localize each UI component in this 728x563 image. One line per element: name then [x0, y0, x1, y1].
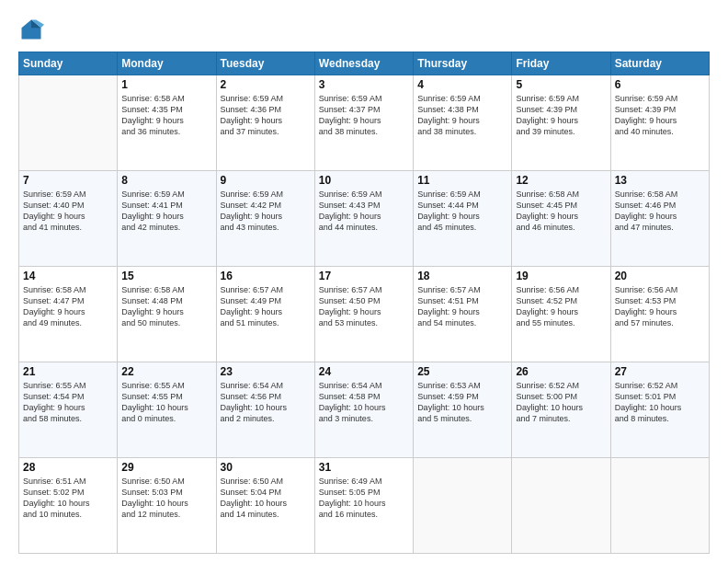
- day-number: 25: [417, 365, 507, 378]
- weekday-header-tuesday: Tuesday: [216, 52, 314, 75]
- calendar-cell: [19, 75, 118, 171]
- calendar-cell: 28Sunrise: 6:51 AM Sunset: 5:02 PM Dayli…: [19, 458, 118, 554]
- day-number: 19: [516, 270, 606, 282]
- calendar-cell: [512, 458, 610, 554]
- day-number: 24: [319, 365, 409, 378]
- calendar-cell: 5Sunrise: 6:59 AM Sunset: 4:39 PM Daylig…: [512, 75, 610, 171]
- calendar-cell: 14Sunrise: 6:58 AM Sunset: 4:47 PM Dayli…: [19, 267, 118, 362]
- day-info: Sunrise: 6:55 AM Sunset: 4:55 PM Dayligh…: [121, 380, 211, 425]
- day-number: 14: [23, 270, 113, 282]
- day-number: 12: [516, 174, 606, 187]
- day-number: 9: [221, 174, 311, 187]
- day-number: 22: [121, 365, 211, 378]
- calendar-cell: 15Sunrise: 6:58 AM Sunset: 4:48 PM Dayli…: [118, 267, 216, 362]
- calendar-cell: 4Sunrise: 6:59 AM Sunset: 4:38 PM Daylig…: [414, 75, 512, 171]
- day-number: 17: [319, 270, 409, 282]
- day-number: 16: [221, 270, 311, 282]
- weekday-header-wednesday: Wednesday: [314, 52, 413, 75]
- page: SundayMondayTuesdayWednesdayThursdayFrid…: [0, 0, 728, 563]
- week-row-2: 14Sunrise: 6:58 AM Sunset: 4:47 PM Dayli…: [19, 267, 710, 362]
- day-info: Sunrise: 6:53 AM Sunset: 4:59 PM Dayligh…: [417, 380, 507, 425]
- header: [18, 17, 710, 42]
- day-info: Sunrise: 6:49 AM Sunset: 5:05 PM Dayligh…: [319, 476, 409, 521]
- calendar-cell: 13Sunrise: 6:58 AM Sunset: 4:46 PM Dayli…: [610, 171, 709, 267]
- weekday-header-thursday: Thursday: [414, 52, 512, 75]
- day-number: 5: [516, 78, 606, 91]
- day-number: 28: [23, 461, 113, 474]
- day-info: Sunrise: 6:59 AM Sunset: 4:41 PM Dayligh…: [121, 189, 211, 234]
- calendar-cell: 30Sunrise: 6:50 AM Sunset: 5:04 PM Dayli…: [216, 458, 314, 554]
- day-number: 27: [615, 365, 705, 378]
- day-number: 26: [516, 365, 606, 378]
- day-info: Sunrise: 6:57 AM Sunset: 4:49 PM Dayligh…: [221, 284, 311, 329]
- calendar-cell: 22Sunrise: 6:55 AM Sunset: 4:55 PM Dayli…: [118, 362, 216, 458]
- calendar-cell: 23Sunrise: 6:54 AM Sunset: 4:56 PM Dayli…: [216, 362, 314, 458]
- calendar-cell: 7Sunrise: 6:59 AM Sunset: 4:40 PM Daylig…: [19, 171, 118, 267]
- day-info: Sunrise: 6:59 AM Sunset: 4:43 PM Dayligh…: [319, 189, 409, 234]
- calendar-cell: 8Sunrise: 6:59 AM Sunset: 4:41 PM Daylig…: [118, 171, 216, 267]
- day-info: Sunrise: 6:58 AM Sunset: 4:35 PM Dayligh…: [121, 93, 211, 138]
- calendar-cell: 17Sunrise: 6:57 AM Sunset: 4:50 PM Dayli…: [314, 267, 413, 362]
- day-info: Sunrise: 6:59 AM Sunset: 4:39 PM Dayligh…: [516, 93, 606, 138]
- day-number: 13: [615, 174, 705, 187]
- logo: [18, 17, 48, 42]
- week-row-0: 1Sunrise: 6:58 AM Sunset: 4:35 PM Daylig…: [19, 75, 710, 171]
- calendar-cell: 21Sunrise: 6:55 AM Sunset: 4:54 PM Dayli…: [19, 362, 118, 458]
- calendar-cell: 27Sunrise: 6:52 AM Sunset: 5:01 PM Dayli…: [610, 362, 709, 458]
- calendar-cell: 29Sunrise: 6:50 AM Sunset: 5:03 PM Dayli…: [118, 458, 216, 554]
- day-number: 23: [221, 365, 311, 378]
- day-info: Sunrise: 6:56 AM Sunset: 4:52 PM Dayligh…: [516, 284, 606, 329]
- week-row-1: 7Sunrise: 6:59 AM Sunset: 4:40 PM Daylig…: [19, 171, 710, 267]
- day-info: Sunrise: 6:58 AM Sunset: 4:46 PM Dayligh…: [615, 189, 705, 234]
- day-info: Sunrise: 6:52 AM Sunset: 5:00 PM Dayligh…: [516, 380, 606, 425]
- day-number: 3: [319, 78, 409, 91]
- day-number: 1: [121, 78, 211, 91]
- calendar-cell: 10Sunrise: 6:59 AM Sunset: 4:43 PM Dayli…: [314, 171, 413, 267]
- day-info: Sunrise: 6:59 AM Sunset: 4:36 PM Dayligh…: [221, 93, 311, 138]
- calendar-cell: [610, 458, 709, 554]
- week-row-4: 28Sunrise: 6:51 AM Sunset: 5:02 PM Dayli…: [19, 458, 710, 554]
- calendar-header: SundayMondayTuesdayWednesdayThursdayFrid…: [19, 52, 710, 75]
- calendar-cell: 2Sunrise: 6:59 AM Sunset: 4:36 PM Daylig…: [216, 75, 314, 171]
- day-info: Sunrise: 6:59 AM Sunset: 4:39 PM Dayligh…: [615, 93, 705, 138]
- calendar-cell: [414, 458, 512, 554]
- calendar-cell: 1Sunrise: 6:58 AM Sunset: 4:35 PM Daylig…: [118, 75, 216, 171]
- day-info: Sunrise: 6:50 AM Sunset: 5:03 PM Dayligh…: [121, 476, 211, 521]
- calendar-cell: 12Sunrise: 6:58 AM Sunset: 4:45 PM Dayli…: [512, 171, 610, 267]
- calendar-cell: 3Sunrise: 6:59 AM Sunset: 4:37 PM Daylig…: [314, 75, 413, 171]
- day-number: 4: [417, 78, 507, 91]
- calendar-cell: 16Sunrise: 6:57 AM Sunset: 4:49 PM Dayli…: [216, 267, 314, 362]
- day-number: 10: [319, 174, 409, 187]
- day-info: Sunrise: 6:50 AM Sunset: 5:04 PM Dayligh…: [221, 476, 311, 521]
- day-info: Sunrise: 6:59 AM Sunset: 4:38 PM Dayligh…: [417, 93, 507, 138]
- day-number: 20: [615, 270, 705, 282]
- calendar-body: 1Sunrise: 6:58 AM Sunset: 4:35 PM Daylig…: [19, 75, 710, 554]
- weekday-header-sunday: Sunday: [19, 52, 118, 75]
- calendar-cell: 31Sunrise: 6:49 AM Sunset: 5:05 PM Dayli…: [314, 458, 413, 554]
- day-info: Sunrise: 6:57 AM Sunset: 4:51 PM Dayligh…: [417, 284, 507, 329]
- day-info: Sunrise: 6:56 AM Sunset: 4:53 PM Dayligh…: [615, 284, 705, 329]
- day-info: Sunrise: 6:59 AM Sunset: 4:37 PM Dayligh…: [319, 93, 409, 138]
- weekday-header-saturday: Saturday: [610, 52, 709, 75]
- day-info: Sunrise: 6:57 AM Sunset: 4:50 PM Dayligh…: [319, 284, 409, 329]
- day-number: 29: [121, 461, 211, 474]
- day-number: 2: [221, 78, 311, 91]
- calendar-cell: 18Sunrise: 6:57 AM Sunset: 4:51 PM Dayli…: [414, 267, 512, 362]
- day-info: Sunrise: 6:54 AM Sunset: 4:58 PM Dayligh…: [319, 380, 409, 425]
- day-number: 11: [417, 174, 507, 187]
- day-info: Sunrise: 6:51 AM Sunset: 5:02 PM Dayligh…: [23, 476, 113, 521]
- calendar-cell: 25Sunrise: 6:53 AM Sunset: 4:59 PM Dayli…: [414, 362, 512, 458]
- day-number: 8: [121, 174, 211, 187]
- day-number: 7: [23, 174, 113, 187]
- weekday-row: SundayMondayTuesdayWednesdayThursdayFrid…: [19, 52, 710, 75]
- calendar-table: SundayMondayTuesdayWednesdayThursdayFrid…: [18, 52, 710, 554]
- day-info: Sunrise: 6:59 AM Sunset: 4:42 PM Dayligh…: [221, 189, 311, 234]
- weekday-header-monday: Monday: [118, 52, 216, 75]
- calendar-cell: 20Sunrise: 6:56 AM Sunset: 4:53 PM Dayli…: [610, 267, 709, 362]
- day-info: Sunrise: 6:58 AM Sunset: 4:48 PM Dayligh…: [121, 284, 211, 329]
- logo-icon: [18, 17, 44, 42]
- day-number: 15: [121, 270, 211, 282]
- day-info: Sunrise: 6:58 AM Sunset: 4:47 PM Dayligh…: [23, 284, 113, 329]
- calendar-cell: 26Sunrise: 6:52 AM Sunset: 5:00 PM Dayli…: [512, 362, 610, 458]
- day-number: 30: [221, 461, 311, 474]
